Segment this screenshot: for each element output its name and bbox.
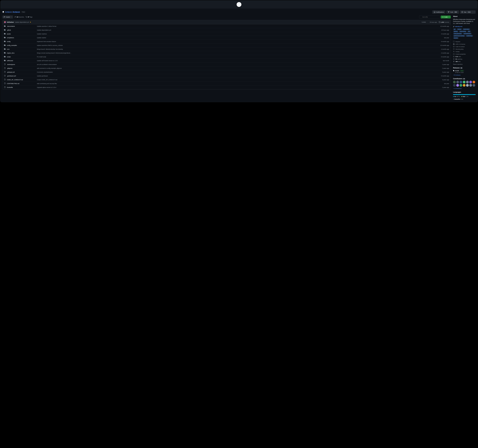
avatar[interactable] [472, 81, 475, 83]
avatar[interactable] [459, 84, 462, 87]
file-commit-message[interactable]: Update assertion 2 stdout format [37, 25, 434, 27]
file-name-link[interactable]: .golangci.yml [7, 71, 15, 73]
star-button[interactable]: Star 8.1k [460, 10, 472, 14]
readme-link[interactable]: Readme [453, 40, 476, 43]
file-commit-message[interactable]: add comment to config example, gitignore [37, 68, 434, 69]
avatar[interactable] [459, 81, 462, 83]
custom-properties-link[interactable]: Custom properties [453, 53, 476, 55]
topic-tag[interactable]: docker [457, 28, 462, 30]
more-contributors-link[interactable]: + 4 contributors [453, 88, 476, 89]
avatar[interactable] [466, 81, 469, 83]
branches-link[interactable]: 22 Branches [14, 16, 24, 18]
file-name-link[interactable]: config_examples [7, 45, 17, 46]
status-pending-icon[interactable] [30, 22, 31, 23]
star-dropdown-button[interactable] [472, 10, 476, 14]
report-link[interactable]: Report repository [453, 63, 476, 65]
file-name-link[interactable]: CONTRIBUTING.md [7, 83, 19, 84]
file-name-link[interactable]: core [7, 49, 9, 50]
avatar[interactable] [456, 81, 459, 83]
file-commit-message[interactable]: implement html extration feature [37, 41, 434, 42]
topic-tag[interactable]: hacktoberfest [463, 33, 472, 35]
file-commit-message[interactable]: Merge remote-tracking branch 'refs/remot… [37, 52, 434, 54]
repo-name-link[interactable]: Anteon [13, 11, 20, 13]
folder-icon [4, 56, 6, 58]
watching-link[interactable]: 61 watching [453, 58, 476, 60]
file-search-input[interactable] [419, 16, 440, 18]
file-commit-message[interactable]: Comments standardization [37, 71, 434, 73]
file-commit-message[interactable]: Add contributing and security files [37, 83, 434, 84]
more-releases-link[interactable]: + 55 releases [453, 74, 476, 76]
tags-link[interactable]: 57 Tags [26, 16, 32, 18]
file-name-link[interactable]: Dockerfile [7, 87, 13, 88]
topic-tag[interactable]: load-generator [453, 33, 462, 35]
note-icon [453, 53, 455, 55]
commit-author[interactable]: fatihbaltaci [7, 21, 14, 23]
branch-selector[interactable]: master [2, 16, 13, 18]
avatar[interactable] [466, 84, 469, 87]
file-panel: fatihbaltaci Update dependabot.yml 7c55f… [2, 20, 451, 89]
file-name-link[interactable]: CODE_OF_CONDUCT.md [7, 79, 23, 80]
file-commit-message[interactable]: Update dependabot.yml [37, 29, 434, 31]
releases-heading[interactable]: Releases56 [453, 67, 476, 69]
avatar[interactable] [469, 84, 472, 87]
file-name-link[interactable]: scripts [7, 56, 11, 58]
avatar[interactable] [463, 81, 465, 83]
file-name-link[interactable]: .github [7, 29, 11, 31]
stars-link[interactable]: 8.1k stars [453, 55, 476, 58]
topic-tag[interactable]: golang [453, 31, 458, 32]
language-item[interactable]: Shell1.2% [461, 96, 468, 97]
file-name-link[interactable]: .goreleaser.yml [7, 75, 16, 77]
release-item[interactable]: v1.0.6 Latest [453, 70, 476, 71]
topic-tag[interactable]: k8s [467, 31, 471, 32]
file-commit-message[interactable]: Upgrade alpine version to 3.15.4 [37, 87, 434, 88]
file-commit-message[interactable]: Update readmes [37, 33, 434, 35]
topic-tag[interactable]: performance-testing [453, 35, 465, 37]
notifications-button[interactable]: Notifications [432, 10, 446, 14]
avatar[interactable] [4, 21, 6, 23]
fork-button[interactable]: Fork 368 [446, 10, 459, 14]
file-commit-message[interactable]: set zsh as default in devcontainer [37, 64, 434, 65]
file-commit-message[interactable]: Update goreleaser [37, 75, 434, 77]
repo-owner-link[interactable]: Anteon [5, 11, 12, 13]
file-commit-message[interactable]: Update self hosted version to 1.5.5 [37, 60, 434, 61]
avatar[interactable] [469, 81, 472, 83]
code-button[interactable]: Code [441, 16, 451, 18]
avatar[interactable] [453, 81, 456, 83]
github-logo[interactable] [237, 2, 241, 7]
topic-tag[interactable]: kubernetes [463, 28, 470, 30]
file-name-link[interactable]: .gitignore [7, 68, 13, 69]
commit-message[interactable]: Update dependabot.yml [15, 21, 29, 23]
topic-tag[interactable]: load-testing [459, 31, 467, 32]
avatar[interactable] [463, 84, 465, 87]
topic-tag[interactable]: go [453, 28, 456, 30]
topic-tag[interactable]: loadtesting [466, 35, 473, 37]
forks-link[interactable]: 368 forks [453, 60, 476, 63]
language-item[interactable]: Go98.7% [453, 96, 460, 97]
security-link[interactable]: Security policy [453, 48, 476, 50]
activity-link[interactable]: Activity [453, 50, 476, 53]
file-commit-message[interactable]: Create CODE_OF_CONDUCT.md [37, 79, 434, 80]
commits-link[interactable]: 1,156 Commits [439, 21, 449, 23]
file-name-link[interactable]: .dockerignore [7, 64, 15, 65]
contributors-heading[interactable]: Contributors18 [453, 78, 476, 80]
file-name-link[interactable]: completions [7, 37, 14, 38]
conduct-link[interactable]: Code of conduct [453, 45, 476, 48]
file-name-link[interactable]: .devcontainer [7, 25, 15, 27]
topic-tag[interactable]: ddosify [453, 37, 459, 39]
website-link[interactable]: ddosify.com [455, 26, 462, 27]
file-commit-message[interactable]: Update readme [37, 37, 434, 38]
license-link[interactable]: AGPL-3.0 license [453, 43, 476, 45]
file-name-link[interactable]: config [7, 41, 10, 42]
language-item[interactable]: Dockerfile0.1% [453, 98, 463, 100]
file-name-link[interactable]: selfhosted [7, 60, 13, 61]
file-commit-message[interactable]: Merge branch 'ddosify:develop' into deve… [37, 49, 434, 50]
fork-icon [448, 11, 450, 13]
file-name-link[interactable]: engine_docs [7, 52, 14, 54]
file-commit-message[interactable]: replace assertions field to success_crit… [37, 45, 434, 46]
commit-sha[interactable]: 7c55f65 [421, 21, 426, 23]
avatar[interactable] [453, 84, 456, 87]
file-commit-message[interactable]: Fix install script [37, 56, 434, 58]
file-name-link[interactable]: assets [7, 33, 11, 35]
avatar[interactable] [472, 84, 475, 87]
avatar[interactable] [456, 84, 459, 87]
